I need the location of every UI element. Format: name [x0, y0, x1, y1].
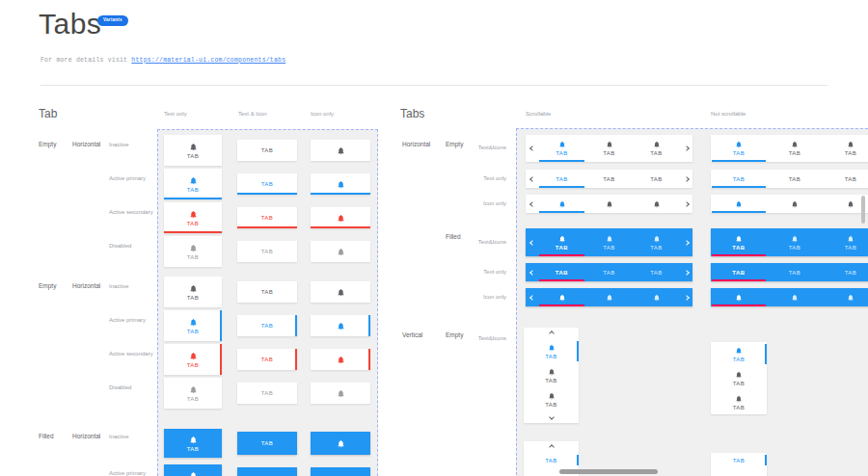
tab-text-disabled[interactable]: TAB — [237, 241, 297, 262]
tab-label: TAB — [789, 245, 801, 251]
tab[interactable]: TAB — [823, 263, 868, 281]
chevron-right-icon[interactable] — [680, 170, 692, 188]
tab-icon-disabled[interactable] — [311, 383, 370, 404]
tab-text-inactive[interactable]: TAB — [237, 140, 297, 161]
tab-icon-inactive[interactable] — [311, 281, 370, 303]
tab-text-active-secondary[interactable]: TAB — [237, 207, 297, 228]
tab[interactable]: TAB — [585, 263, 633, 281]
tab[interactable] — [585, 288, 633, 306]
tab[interactable] — [633, 195, 680, 213]
tab-active[interactable] — [711, 195, 767, 213]
tab-text-active-primary-vertical[interactable]: TAB — [237, 315, 297, 336]
tab-active[interactable]: TAB — [711, 263, 767, 281]
tab[interactable] — [633, 288, 680, 306]
tab[interactable] — [823, 288, 868, 306]
tab[interactable]: TAB — [823, 170, 868, 188]
chevron-left-icon[interactable] — [526, 135, 538, 162]
tab-icon-active-secondary-vertical[interactable] — [311, 349, 370, 370]
tab-active[interactable]: TAB — [538, 170, 585, 188]
chevron-right-icon[interactable] — [680, 263, 692, 281]
tab-active[interactable]: TAB — [711, 228, 767, 256]
tab[interactable]: TAB — [585, 170, 633, 188]
tab-filled-text-inactive[interactable]: TAB — [237, 432, 297, 455]
tab-text-active-primary[interactable]: TAB — [237, 173, 297, 195]
chevron-left-icon[interactable] — [526, 228, 538, 256]
tab-texticon-active-secondary[interactable]: TAB — [164, 202, 222, 233]
chevron-left-icon[interactable] — [526, 195, 538, 213]
tab-filled-texticon-active[interactable]: TAB — [164, 464, 222, 476]
tab-texticon-disabled[interactable]: TAB — [164, 378, 222, 409]
chevron-down-icon[interactable] — [524, 411, 579, 423]
vertical-scrollbar-thumb[interactable] — [861, 196, 865, 224]
tab-icon-active-primary[interactable] — [311, 173, 370, 195]
chevron-left-icon[interactable] — [526, 170, 538, 188]
tab-active[interactable]: TAB — [711, 342, 767, 366]
tab-filled-icon-active[interactable] — [311, 467, 370, 476]
tab[interactable]: TAB — [633, 263, 680, 281]
variants-badge[interactable]: Variants — [97, 15, 128, 26]
material-ui-link[interactable]: https://material-ui.com/components/tabs — [131, 57, 285, 64]
tab-texticon-disabled[interactable]: TAB — [164, 236, 222, 267]
tab[interactable]: TAB — [633, 170, 680, 188]
tab-texticon-active-secondary-vertical[interactable]: TAB — [164, 344, 222, 375]
tab-icon-disabled[interactable] — [311, 241, 370, 262]
tab[interactable]: TAB — [585, 228, 633, 256]
bell-icon — [337, 322, 345, 331]
tab-active[interactable] — [538, 195, 585, 213]
tab[interactable]: TAB — [711, 390, 767, 414]
chevron-right-icon[interactable] — [680, 288, 692, 306]
tab[interactable] — [767, 195, 823, 213]
tab-icon-active-primary-vertical[interactable] — [311, 315, 370, 336]
tab-active[interactable]: TAB — [524, 453, 579, 467]
tab-texticon-inactive[interactable]: TAB — [164, 277, 222, 307]
chevron-left-icon[interactable] — [526, 288, 538, 306]
tab[interactable]: TAB — [524, 363, 579, 387]
tab-text-active-secondary-vertical[interactable]: TAB — [237, 349, 297, 370]
tab[interactable]: TAB — [767, 135, 823, 162]
bell-icon — [558, 235, 566, 243]
tab[interactable]: TAB — [711, 366, 767, 390]
chevron-left-icon[interactable] — [526, 263, 538, 281]
tab-active[interactable]: TAB — [711, 135, 767, 162]
tab-active[interactable]: TAB — [524, 339, 579, 363]
tab-texticon-active-primary-vertical[interactable]: TAB — [164, 310, 222, 341]
chevron-up-icon[interactable] — [524, 441, 579, 453]
chevron-right-icon[interactable] — [680, 135, 692, 162]
tab[interactable]: TAB — [585, 135, 633, 162]
chevron-right-icon[interactable] — [680, 228, 692, 256]
tab-active[interactable]: TAB — [711, 453, 767, 467]
bell-icon — [337, 180, 345, 189]
tab-texticon-active-primary[interactable]: TAB — [164, 169, 222, 199]
tab-icon-inactive[interactable] — [311, 140, 370, 161]
row-label: Disabled — [109, 384, 131, 390]
tab-active[interactable] — [538, 288, 585, 306]
tab[interactable]: TAB — [633, 228, 680, 256]
tab-active[interactable]: TAB — [538, 228, 585, 256]
horizontal-scrollbar-thumb[interactable] — [559, 469, 658, 474]
tab[interactable]: TAB — [633, 135, 680, 162]
tab[interactable]: TAB — [767, 170, 823, 188]
tab[interactable]: TAB — [767, 263, 823, 281]
tab-label: TAB — [650, 176, 663, 182]
tab[interactable]: TAB — [524, 387, 579, 411]
tab[interactable]: TAB — [823, 135, 868, 162]
tab-text-disabled[interactable]: TAB — [237, 383, 297, 404]
chevron-right-icon[interactable] — [680, 195, 692, 213]
tab[interactable] — [767, 288, 823, 306]
tab-active[interactable]: TAB — [538, 263, 585, 281]
tab-label: TAB — [187, 362, 200, 368]
tab-active[interactable]: TAB — [711, 170, 767, 188]
tab-active[interactable]: TAB — [538, 135, 585, 162]
tab[interactable]: TAB — [767, 228, 823, 256]
tab-filled-text-active[interactable]: TAB — [237, 467, 297, 476]
chevron-up-icon[interactable] — [524, 328, 579, 339]
tab-filled-icon-inactive[interactable] — [311, 432, 370, 455]
tab-texticon-inactive[interactable]: TAB — [164, 135, 222, 166]
tab-icon-active-secondary[interactable] — [311, 207, 370, 228]
tab-text-inactive[interactable]: TAB — [237, 281, 297, 303]
tab-active[interactable] — [711, 288, 767, 306]
tab[interactable] — [585, 195, 633, 213]
tab-filled-texticon-inactive[interactable]: TAB — [164, 429, 222, 458]
tab[interactable]: TAB — [823, 228, 868, 256]
tab-label: TAB — [603, 176, 615, 182]
